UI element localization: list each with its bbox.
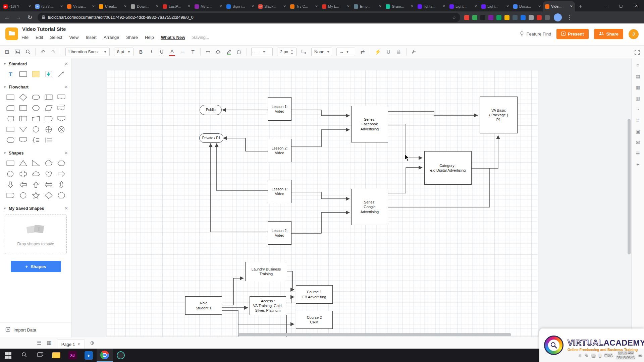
browser-tab[interactable]: Virtua...× [65,1,97,11]
section-saved-shapes[interactable]: ▼ My Saved Shapes ✕ [0,203,71,213]
tab-close-icon[interactable]: × [187,4,191,9]
shape-star[interactable] [30,190,42,201]
diagram-node-lesson2-bottom[interactable]: Lesson 2: Video [268,221,291,245]
shape-data[interactable] [42,103,55,113]
back-icon[interactable]: ← [3,14,11,21]
file-explorer-icon[interactable] [48,349,64,362]
diagram-connector[interactable] [287,271,294,290]
menu-select[interactable]: Select [50,35,62,40]
shape-connector[interactable] [4,169,17,179]
extension-icon[interactable] [513,15,518,20]
tab-close-icon[interactable]: × [474,4,477,9]
tab-close-icon[interactable]: × [347,4,350,9]
shape-arrow-right[interactable] [55,169,68,179]
shape-cross[interactable] [17,169,30,179]
taskbar-clock[interactable]: 12:52 AM 20/10/2019 [616,351,635,360]
close-icon[interactable]: ✕ [64,150,68,156]
pen-tray-icon[interactable]: ✎ [585,353,588,358]
maximize-icon[interactable]: ▢ [613,0,629,11]
display-tray-icon[interactable]: ▤ [592,353,595,358]
line-start-select[interactable]: None ▼ [311,48,332,56]
shape-connector[interactable] [30,124,42,135]
page-tab[interactable]: Page 1 ▼ [57,340,85,349]
horizontal-scrollbar[interactable] [238,333,511,336]
undo-icon[interactable]: ↶ [40,48,46,56]
forward-icon[interactable]: → [15,14,22,21]
tab-close-icon[interactable]: × [28,4,31,9]
diagram-canvas[interactable]: PublicPrivate / P1Lesson 1: VideoLesson … [72,58,631,337]
section-standard[interactable]: ▼ Standard ✕ [0,58,71,68]
shape-arrow-updown[interactable] [55,179,68,190]
extension-icon[interactable] [480,15,485,20]
shape-tagged-process[interactable] [17,103,30,113]
collapse-icon[interactable]: « [634,61,642,69]
diagram-connector[interactable] [388,168,422,193]
diagram-node-series-google[interactable]: Series: Google Advertising [351,189,388,225]
shape-sticky-note[interactable] [30,69,42,79]
diagram-connector[interactable] [286,297,294,303]
fill-color-button[interactable] [215,48,221,56]
shapes-panel-toggle[interactable]: ⊞ [4,48,10,56]
snap-button[interactable] [385,48,391,56]
browser-tab[interactable]: Creat...× [97,1,129,11]
shape-process[interactable] [4,92,17,103]
browser-tab[interactable]: MSlack...× [256,1,288,11]
copy-style-button[interactable] [236,48,242,56]
font-family-select[interactable]: Liberation Sans ▼ [65,48,110,56]
tab-close-icon[interactable]: × [442,4,445,9]
text-options-button[interactable]: T [190,48,196,56]
layers-icon[interactable]: ≣ [634,116,642,124]
feed-icon[interactable]: ▥ [634,94,642,102]
line-shape-button[interactable] [301,48,307,56]
shape-terminator[interactable] [30,92,42,103]
section-flowchart[interactable]: ▼ Flowchart ✕ [0,81,71,91]
drop-shapes-zone[interactable]: T Drop shapes to save [5,215,67,254]
tab-close-icon[interactable]: × [570,4,573,9]
shape-rectangle[interactable] [4,158,17,169]
diagram-connector[interactable] [472,135,498,168]
diagram-connector[interactable] [211,143,268,232]
present-button[interactable]: Present [556,29,589,39]
diagram-connector[interactable] [291,130,350,147]
diagram-connector[interactable] [291,213,350,233]
chrome-icon[interactable] [97,349,113,362]
menu-insert[interactable]: Insert [86,35,97,40]
more-shapes-button[interactable]: + Shapes [11,261,61,272]
fullscreen-icon[interactable] [634,48,640,57]
tab-close-icon[interactable]: × [156,4,159,9]
tab-close-icon[interactable]: × [92,4,95,9]
diagram-node-series-facebook[interactable]: Series: Facebook Advertising [351,106,388,142]
shape-or[interactable] [55,124,68,135]
document-title[interactable]: Video Tutorial Site [22,26,66,32]
menu-view[interactable]: View [69,35,79,40]
shape-connector[interactable] [17,190,30,201]
extension-icon[interactable] [472,15,477,20]
extension-icon[interactable] [545,15,550,20]
shape-frame-button[interactable]: ▭ [205,48,211,56]
diagram-connector[interactable] [388,124,422,158]
tab-close-icon[interactable]: × [411,4,414,9]
redo-icon[interactable]: ↷ [50,48,56,56]
lock-icon[interactable] [396,48,402,56]
browser-menu-icon[interactable]: ⋮ [566,14,573,21]
diagram-node-lesson2-top[interactable]: Lesson 2: Video [268,139,291,162]
shape-right-triangle[interactable] [30,158,42,169]
browser-tab[interactable]: Down...× [129,1,161,11]
tab-close-icon[interactable]: × [315,4,318,9]
shape-cloud[interactable] [30,169,42,179]
media-app-icon[interactable] [113,349,129,362]
shape-text[interactable]: T [4,69,17,79]
shape-manual-input[interactable] [30,113,42,124]
diagram-connector[interactable] [222,278,244,305]
tray-expand-icon[interactable]: ∧ [579,353,581,358]
shape-display[interactable] [4,135,17,145]
shape-arrow-leftright[interactable] [42,179,55,190]
page-grid-icon[interactable]: ▦ [47,340,51,346]
shape-summing-junction[interactable] [42,124,55,135]
browser-tab[interactable]: Docu...× [511,1,543,11]
underline-button[interactable]: U [159,48,165,56]
diagram-node-course1[interactable]: Course 1 FB Advertising [296,285,333,304]
shape-delay[interactable] [42,113,55,124]
line-style-select[interactable]: ── ▼ [251,48,273,56]
magic-button[interactable]: ⚡ [375,48,381,56]
